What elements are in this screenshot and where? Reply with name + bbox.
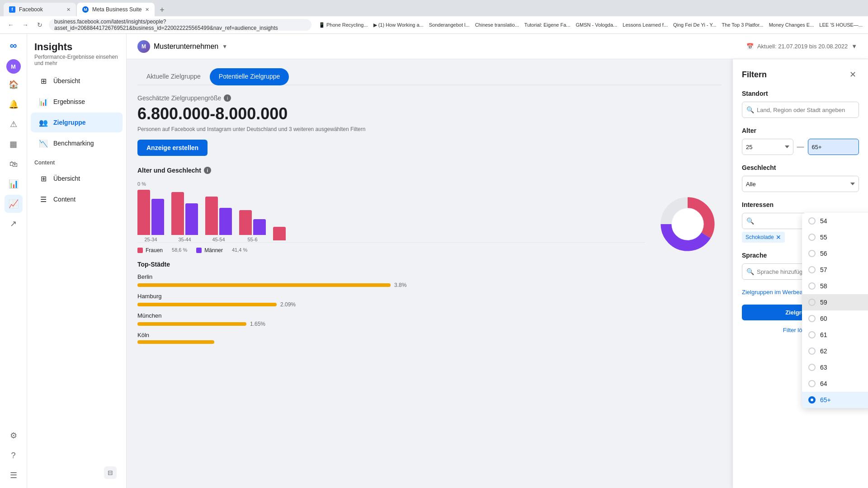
dropdown-item-59[interactable]: 59 [802,294,868,310]
radio-55 [808,234,816,241]
sidebar-item-benchmarking-label: Benchmarking [53,140,94,147]
nav-menu[interactable]: ☰ [5,466,23,484]
sidebar-item-ergebnisse[interactable]: 📊 Ergebnisse [31,92,123,112]
city-row-muenchen: München 1.65% [137,312,722,327]
dropdown-item-64[interactable]: 64 [802,375,868,392]
sidebar-item-content[interactable]: ☰ Content [31,189,123,209]
dropdown-item-61[interactable]: 61 [802,327,868,343]
nav-chart[interactable]: 📊 [5,175,23,193]
dropdown-item-65plus[interactable]: 65+ [802,392,868,408]
city-bar-wrap-hamburg: 2.09% [137,301,722,308]
legend-maenner-label: Männer [204,247,223,253]
geschlecht-select[interactable]: Alle Männer Frauen [742,176,859,192]
tab-close-meta[interactable]: ✕ [145,7,149,13]
nav-settings[interactable]: ⚙ [5,427,23,445]
content-icon: ☰ [38,194,49,205]
gender-info-icon[interactable]: i [204,167,211,174]
dropdown-item-63[interactable]: 63 [802,359,868,375]
standort-search-icon: 🔍 [746,106,754,113]
date-range-text: Aktuell: 21.07.2019 bis 20.08.2022 [757,43,848,50]
bookmark-4[interactable]: Chinese translatio... [475,22,519,28]
audience-label: Geschätzte Zielgruppengröße i [137,94,722,102]
bar-label-25-34: 25-34 [144,237,157,242]
sidebar-item-uebersicht[interactable]: ⊞ Übersicht [31,71,123,91]
bookmark-8[interactable]: Qing Fei De Yi - Y... [673,22,717,28]
svg-point-3 [672,208,703,239]
bookmark-10[interactable]: Money Changes E... [769,22,814,28]
tab-close-facebook[interactable]: ✕ [66,7,71,13]
radio-54 [808,217,816,225]
audience-desc: Personen auf Facebook und Instagram unte… [137,126,722,132]
bookmarks-bar: 📱 Phone Recycling... ▶ (1) How Working a… [319,22,863,28]
nav-help[interactable]: ? [5,446,23,465]
age-row: 25 — 65+ [742,139,859,155]
audience-info-icon[interactable]: i [224,94,231,102]
dropdown-label-61: 61 [820,331,827,338]
sidebar-subtitle: Performance-Ergebnisse einsehen und mehr [34,54,119,66]
standort-input-wrap: 🔍 [742,102,859,118]
bookmark-7[interactable]: Lessons Learned f... [623,22,668,28]
bookmark-11[interactable]: LEE 'S HOUSE—... [819,22,863,28]
zielgruppe-icon: 👥 [38,117,49,128]
url-bar[interactable]: business.facebook.com/latest/insights/pe… [49,19,311,31]
nav-alert[interactable]: ⚠ [5,115,23,133]
interessen-search-icon: 🔍 [746,217,754,225]
sidebar-item-ergebnisse-label: Ergebnisse [53,98,85,105]
dropdown-label-54: 54 [820,217,827,225]
dropdown-label-55: 55 [820,234,827,241]
date-selector[interactable]: 📅 Aktuell: 21.07.2019 bis 20.08.2022 ▼ [746,43,857,50]
bar-label-55-6: 55-6 [247,237,257,242]
sidebar-item-zielgruppe[interactable]: 👥 Zielgruppe [31,113,123,132]
filter-alter-section: Alter 25 — 65+ [742,127,859,155]
refresh-button[interactable]: ↻ [34,19,45,30]
tab-potenzielle[interactable]: Potentielle Zielgruppe [210,68,289,85]
content-area: Aktuelle Zielgruppe Potentielle Zielgrup… [127,59,868,488]
sidebar-item-uebersicht-label: Übersicht [53,77,80,84]
nav-shop[interactable]: 🛍 [5,155,23,173]
bookmark-5[interactable]: Tutorial: Eigene Fa... [524,22,571,28]
dropdown-item-55[interactable]: 55 [802,229,868,245]
bookmark-6[interactable]: GMSN - Vologda... [576,22,618,28]
legend-frauen-color [137,248,143,253]
bookmark-3[interactable]: Sonderangebot l... [429,22,470,28]
dropdown-item-58[interactable]: 58 [802,278,868,294]
new-tab-button[interactable]: + [156,4,168,16]
city-bar-wrap-berlin: 3.8% [137,282,722,288]
age-to-select[interactable]: 65+ [808,139,859,155]
interest-tag-remove[interactable]: ✕ [776,234,781,241]
sidebar-item-content-uebersicht[interactable]: ⊞ Übersicht [31,169,123,188]
business-selector[interactable]: M Musterunternehmen ▼ [137,40,227,53]
user-avatar[interactable]: M [6,59,21,74]
bookmark-2[interactable]: ▶ (1) How Working a... [373,22,424,28]
bookmark-1[interactable]: 📱 Phone Recycling... [319,22,368,28]
city-bar-koeln [137,340,214,344]
dropdown-item-54[interactable]: 54 [802,213,868,229]
legend-frauen-label: Frauen [146,247,163,253]
bookmark-9[interactable]: The Top 3 Platfor... [722,22,764,28]
business-dropdown-icon: ▼ [222,43,227,50]
nav-home[interactable]: 🏠 [5,75,23,94]
dropdown-item-62[interactable]: 62 [802,343,868,359]
nav-grid[interactable]: ▦ [5,135,23,153]
sidebar-item-benchmarking[interactable]: 📉 Benchmarking [31,133,123,153]
dropdown-item-60[interactable]: 60 [802,310,868,327]
business-name: Musterunternehmen [154,42,218,51]
filter-close-button[interactable]: ✕ [846,68,859,81]
browser-tab-meta[interactable]: M Meta Business Suite ✕ [77,3,155,16]
sidebar-collapse-btn[interactable]: ⊟ [104,466,117,479]
alter-label: Alter [742,127,859,134]
forward-button[interactable]: → [20,19,31,30]
nav-bell[interactable]: 🔔 [5,95,23,113]
nav-analytics[interactable]: 📈 [5,195,23,213]
back-button[interactable]: ← [5,19,16,30]
nav-share[interactable]: ↗ [5,215,23,233]
dropdown-item-56[interactable]: 56 [802,245,868,262]
app-logo[interactable]: ∞ [5,38,22,54]
age-from-select[interactable]: 25 [742,139,793,155]
browser-tab-facebook[interactable]: f Facebook ✕ [4,3,76,16]
tab-aktuelle[interactable]: Aktuelle Zielgruppe [137,68,210,85]
bar-group-35-44: 35-44 [171,192,198,242]
create-ad-button[interactable]: Anzeige erstellen [137,140,208,156]
dropdown-item-57[interactable]: 57 [802,262,868,278]
standort-input[interactable] [742,102,859,118]
